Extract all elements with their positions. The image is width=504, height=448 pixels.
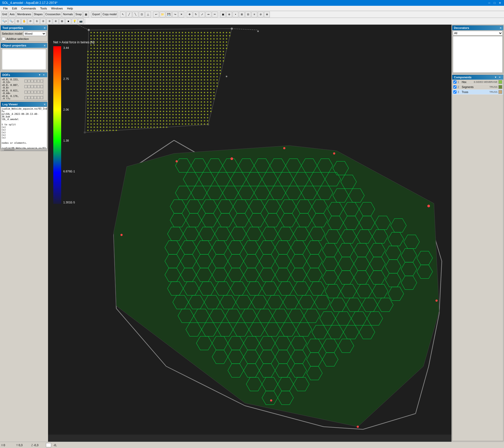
dof-cb[interactable]: [34, 85, 37, 88]
toolbar-join[interactable]: ⊕: [226, 12, 232, 17]
dof-cb[interactable]: [28, 96, 30, 99]
decorators-close[interactable]: ✕: [500, 27, 502, 29]
dof-cb[interactable]: [40, 85, 43, 88]
dof-cb[interactable]: [24, 96, 27, 99]
toolbar-scale[interactable]: ⤢: [199, 12, 205, 17]
menu-help[interactable]: Help: [65, 6, 75, 11]
dof-cb[interactable]: [34, 80, 37, 83]
toolbar-draw1[interactable]: ╱: [126, 12, 132, 17]
dof-cb[interactable]: [31, 80, 34, 83]
toolbar-axis[interactable]: Axis: [9, 12, 16, 17]
status-z-label: Z: [31, 444, 33, 447]
dof-label-3: <0.0, 0.021, -0.44>: [2, 89, 24, 95]
toolbar-mirror[interactable]: ⇔: [206, 12, 211, 17]
toolbar-rotate[interactable]: ↻: [193, 12, 199, 17]
decorators-filter-select[interactable]: All: [453, 31, 503, 35]
dof-cb[interactable]: [28, 80, 30, 83]
toolbar-more2[interactable]: ⊟: [245, 12, 251, 17]
dof-cb[interactable]: [40, 96, 43, 99]
dof-cb[interactable]: [24, 85, 27, 88]
tb2-zoom-out[interactable]: 🔍-: [8, 18, 14, 24]
dof-cb[interactable]: [37, 80, 40, 83]
menu-file[interactable]: File: [1, 6, 10, 11]
toolbar-more5[interactable]: ⊗: [264, 12, 270, 17]
toolbar-more4[interactable]: ⊘: [258, 12, 264, 17]
component-1-checkbox[interactable]: [453, 80, 456, 84]
dof-cb[interactable]: [31, 91, 34, 94]
tb2-rotate[interactable]: ⟳: [28, 18, 33, 24]
menu-edit[interactable]: Edit: [10, 6, 19, 11]
toolbar-more1[interactable]: ⊞: [239, 12, 245, 17]
tb2-zoom-fit[interactable]: ⊡: [15, 18, 21, 24]
dofs-scrollbar[interactable]: [43, 78, 46, 99]
tb2-zoom-in[interactable]: 🔍+: [1, 18, 8, 24]
dof-cb[interactable]: [34, 91, 37, 94]
tb2-cam[interactable]: 📷: [78, 18, 84, 24]
toolbar-open[interactable]: 📁: [160, 12, 165, 17]
toolbar-delete[interactable]: ✕: [178, 12, 184, 17]
component-3-checkbox[interactable]: [453, 90, 456, 94]
toolbar-crosssection[interactable]: Crosssection: [44, 12, 62, 17]
toolbar-draw4[interactable]: △: [145, 12, 151, 17]
additive-selection-checkbox[interactable]: [2, 37, 5, 40]
dof-cb[interactable]: [37, 85, 40, 88]
tb2-solid[interactable]: ■: [65, 18, 71, 24]
log-scroll-thumb[interactable]: [4, 150, 14, 151]
log-viewer-close[interactable]: ✕: [44, 103, 46, 106]
toolbar-undo[interactable]: ↩: [153, 12, 159, 17]
dof-cb[interactable]: [28, 85, 30, 88]
tb2-view2[interactable]: ②: [40, 18, 46, 24]
dofs-close-btn[interactable]: ✕: [42, 73, 46, 77]
toolbar-export[interactable]: Export: [91, 12, 101, 17]
toolbar-redo[interactable]: ↪: [172, 12, 178, 17]
toolbar-grid[interactable]: Grid: [1, 12, 8, 17]
toolbar-dot[interactable]: •: [233, 12, 238, 17]
toolbar-box[interactable]: ▣: [220, 12, 226, 17]
tb2-view1[interactable]: ①: [34, 18, 40, 24]
components-menu-btn[interactable]: ▼: [494, 75, 497, 79]
toolbar-membranes[interactable]: Membranes: [16, 12, 32, 17]
center-canvas[interactable]: /* dots rendered via JS below */: [48, 25, 452, 442]
toolbar-save[interactable]: 💾: [166, 12, 172, 17]
components-close-btn[interactable]: ✕: [498, 75, 502, 79]
tb2-light[interactable]: 💡: [72, 18, 77, 24]
tool-properties-close[interactable]: ✕: [44, 27, 46, 29]
dofs-collapse-btn[interactable]: ▼: [38, 73, 41, 77]
dof-cb[interactable]: [34, 96, 37, 99]
tb2-pan[interactable]: ✋: [21, 18, 27, 24]
toolbar-select[interactable]: ↖: [120, 12, 126, 17]
toolbar-snap[interactable]: Snap: [75, 12, 83, 17]
toolbar-shapes[interactable]: Shapes: [33, 12, 44, 17]
maximize-button[interactable]: □: [492, 1, 497, 5]
dof-cb[interactable]: [24, 91, 27, 94]
dof-cb[interactable]: [28, 91, 30, 94]
log-content[interactable]: juaSim_Webside_aquasim.no/03_Industries_…: [1, 107, 47, 149]
object-properties-close[interactable]: ✕: [44, 44, 46, 47]
dof-cb[interactable]: [31, 85, 34, 88]
selection-model-select[interactable]: Mixed Node Element All: [23, 31, 46, 36]
tb2-view4[interactable]: ④: [53, 18, 59, 24]
dof-cb[interactable]: [40, 91, 43, 94]
tb2-wire[interactable]: ⊞: [59, 18, 65, 24]
dof-cb[interactable]: [24, 80, 27, 83]
menu-windows[interactable]: Windows: [49, 6, 65, 11]
menu-tools[interactable]: Tools: [38, 6, 49, 11]
toolbar-move[interactable]: ✥: [187, 12, 192, 17]
log-scrollbar[interactable]: [1, 149, 47, 151]
toolbar-draw3[interactable]: ⊡: [139, 12, 145, 17]
toolbar-split[interactable]: ✂: [212, 12, 218, 17]
dof-cb[interactable]: [40, 80, 43, 83]
component-2-checkbox[interactable]: [453, 85, 456, 89]
dof-cb[interactable]: [37, 91, 40, 94]
toolbar-draw2[interactable]: ╲: [133, 12, 138, 17]
tb2-view3[interactable]: ③: [46, 18, 52, 24]
dof-cb[interactable]: [31, 96, 34, 99]
close-button[interactable]: ✕: [498, 1, 502, 5]
minimize-button[interactable]: ─: [487, 1, 491, 5]
toolbar-snap-icon[interactable]: ▦: [83, 12, 89, 17]
dof-cb[interactable]: [37, 96, 40, 99]
menu-commands[interactable]: Commands: [19, 6, 38, 11]
toolbar-normals[interactable]: Normals: [62, 12, 74, 17]
toolbar-copy-model[interactable]: Copy model: [102, 12, 118, 17]
toolbar-more3[interactable]: ≡: [251, 12, 257, 17]
